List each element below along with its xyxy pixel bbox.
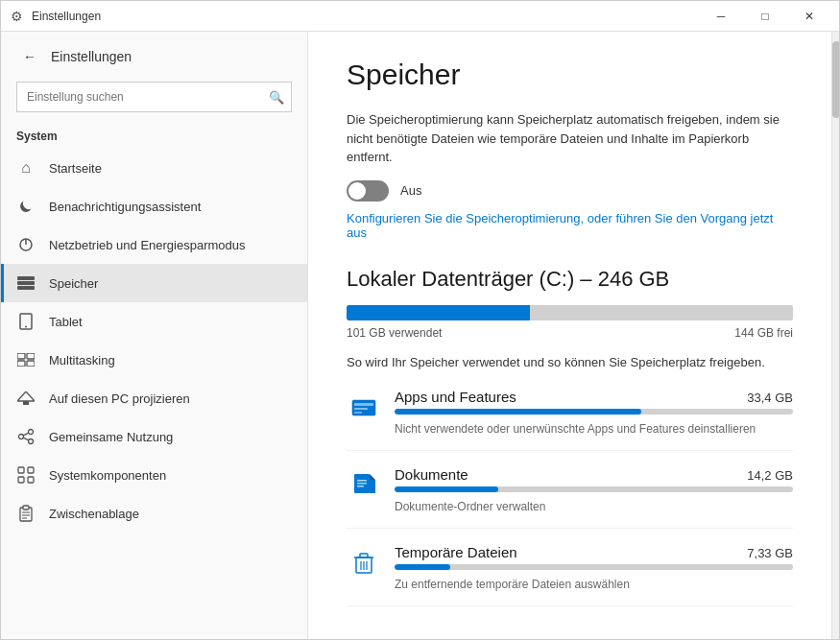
sidebar-item-label: Tablet (49, 315, 83, 329)
settings-window: ⚙ Einstellungen ─ □ ✕ ← Einstellungen 🔍 … (0, 0, 840, 640)
share-icon (16, 427, 36, 446)
toggle-row: Aus (347, 180, 793, 201)
search-icon: 🔍 (269, 90, 284, 105)
project-icon (16, 389, 36, 408)
docs-item-header: Dokumente 14,2 GB (395, 466, 793, 483)
sidebar-item-label: Zwischenablage (49, 507, 139, 521)
svg-rect-36 (357, 483, 367, 485)
sidebar-item-tablet[interactable]: Tablet (1, 302, 307, 341)
sidebar-item-netzbetrieb[interactable]: Netzbetrieb und Energiesparmodus (1, 225, 307, 264)
sidebar-item-label: Netzbetrieb und Energiesparmodus (49, 238, 246, 252)
svg-point-13 (29, 430, 34, 435)
svg-rect-23 (23, 506, 29, 510)
temp-item-desc: Zu entfernende temporäre Dateien auswähl… (395, 578, 630, 591)
app-icon: ⚙ (9, 9, 24, 24)
svg-rect-8 (27, 353, 35, 359)
svg-rect-20 (18, 477, 24, 483)
back-button[interactable]: ← (16, 43, 43, 70)
temp-item-header: Temporäre Dateien 7,33 GB (395, 544, 793, 560)
components-icon (16, 465, 36, 485)
svg-line-17 (23, 438, 29, 440)
titlebar: ⚙ Einstellungen ─ □ ✕ (1, 1, 839, 32)
sidebar-item-multitasking[interactable]: Multitasking (1, 341, 307, 379)
sidebar-item-projizieren[interactable]: Auf diesen PC projizieren (1, 379, 307, 417)
storage-item-temp[interactable]: Temporäre Dateien 7,33 GB Zu entfernende… (347, 544, 793, 606)
scrollbar-thumb[interactable] (832, 41, 839, 118)
trash-icon (347, 546, 381, 581)
main-content: Speicher Die Speicheroptimierung kann Sp… (308, 32, 831, 639)
maximize-button[interactable]: □ (743, 1, 787, 32)
temp-item-body: Temporäre Dateien 7,33 GB Zu entfernende… (395, 544, 793, 592)
svg-point-15 (29, 439, 34, 444)
svg-marker-33 (370, 474, 375, 480)
search-box: 🔍 (16, 82, 292, 112)
sidebar-item-gemeinsame[interactable]: Gemeinsame Nutzung (1, 417, 307, 456)
sidebar-item-zwischenablage[interactable]: Zwischenablage (1, 494, 307, 533)
sidebar-item-label: Auf diesen PC projizieren (49, 391, 190, 406)
sidebar-item-label: Systemkomponenten (49, 468, 166, 483)
multitasking-icon (16, 350, 36, 369)
svg-rect-7 (17, 353, 25, 359)
storage-bar-container (347, 305, 793, 320)
svg-rect-35 (357, 480, 367, 482)
docs-item-desc: Dokumente-Ordner verwalten (395, 500, 545, 513)
content-area: ← Einstellungen 🔍 System ⌂ Startseite Be… (1, 32, 839, 639)
svg-rect-3 (17, 281, 35, 285)
apps-item-bar-fill (395, 409, 641, 415)
temp-item-bar (395, 564, 793, 570)
storage-icon (16, 273, 36, 293)
minimize-button[interactable]: ─ (699, 1, 743, 32)
sidebar-item-label: Gemeinsame Nutzung (49, 430, 173, 444)
tablet-icon (16, 312, 36, 331)
storage-item-dokumente[interactable]: Dokumente 14,2 GB Dokumente-Ordner verwa… (347, 466, 793, 529)
temp-item-name: Temporäre Dateien (395, 544, 517, 560)
sidebar-title: Einstellungen (51, 49, 132, 64)
configure-link[interactable]: Konfigurieren Sie die Speicheroptimierun… (347, 211, 793, 240)
sidebar-item-benachrichtigung[interactable]: Benachrichtigungsassistent (1, 187, 307, 225)
svg-marker-11 (17, 391, 35, 401)
svg-point-6 (25, 326, 27, 328)
apps-item-body: Apps und Features 33,4 GB Nicht verwende… (395, 389, 793, 437)
sidebar-item-systemkomponenten[interactable]: Systemkomponenten (1, 456, 307, 494)
sidebar-item-label: Speicher (49, 276, 98, 291)
apps-item-size: 33,4 GB (747, 391, 793, 405)
docs-icon (347, 468, 381, 503)
svg-rect-40 (360, 554, 368, 557)
titlebar-controls: ─ □ ✕ (699, 1, 831, 32)
svg-rect-2 (17, 276, 35, 280)
temp-item-size: 7,33 GB (747, 546, 793, 560)
svg-rect-37 (357, 486, 364, 487)
docs-item-name: Dokumente (395, 466, 468, 483)
apps-icon (347, 391, 381, 425)
moon-icon (16, 197, 36, 216)
storage-item-apps[interactable]: Apps und Features 33,4 GB Nicht verwende… (347, 389, 793, 451)
apps-item-bar (395, 409, 793, 415)
page-title: Speicher (347, 59, 793, 91)
svg-rect-12 (23, 401, 29, 405)
docs-item-size: 14,2 GB (747, 468, 793, 483)
temp-item-bar-fill (395, 564, 450, 570)
svg-rect-29 (354, 403, 373, 406)
svg-rect-4 (17, 286, 35, 290)
free-label: 144 GB frei (734, 326, 793, 340)
svg-line-16 (23, 433, 29, 436)
sidebar-item-label: Startseite (49, 161, 102, 176)
svg-rect-18 (18, 467, 24, 473)
svg-rect-30 (354, 408, 368, 410)
sidebar-item-speicher[interactable]: Speicher (1, 264, 307, 302)
search-input[interactable] (16, 82, 292, 112)
close-button[interactable]: ✕ (787, 1, 831, 32)
sidebar-header: ← Einstellungen (1, 32, 307, 78)
svg-rect-34 (370, 480, 375, 493)
docs-item-bar (395, 486, 793, 492)
storage-bar-used (347, 305, 530, 320)
window-title: Einstellungen (32, 10, 101, 23)
speicher-toggle[interactable] (347, 180, 389, 201)
titlebar-left: ⚙ Einstellungen (9, 9, 699, 24)
storage-bar-labels: 101 GB verwendet 144 GB frei (347, 326, 793, 340)
scrollbar[interactable] (831, 32, 839, 639)
sidebar-item-startseite[interactable]: ⌂ Startseite (1, 149, 307, 187)
apps-item-desc: Nicht verwendete oder unerwünschte Apps … (395, 422, 756, 436)
toggle-label: Aus (400, 183, 421, 198)
sidebar-item-label: Benachrichtigungsassistent (49, 200, 201, 214)
